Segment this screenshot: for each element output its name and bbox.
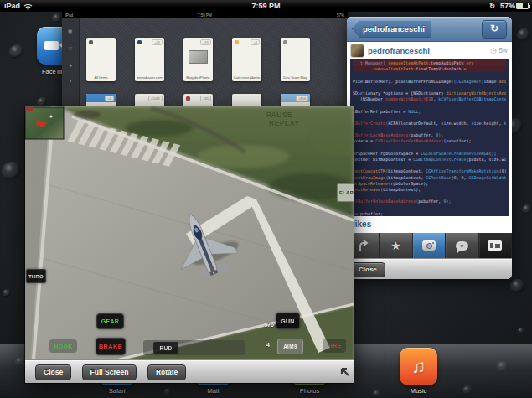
hook-button[interactable]: HOOK (49, 339, 77, 353)
ipad-screen: Safari Mail Photos ♫ Music FaceTime iPad… (0, 0, 532, 398)
feed-tile[interactable]: +99Blog do iPhone (183, 38, 213, 81)
avatar[interactable] (351, 44, 364, 57)
aim9-count: 4 (266, 342, 270, 348)
flap-button[interactable]: FLAP (337, 183, 354, 202)
share-arrow-icon (356, 239, 369, 252)
music-note-icon: ♫ (400, 348, 437, 385)
brake-button[interactable]: BRAKE (96, 338, 126, 355)
feed-tile-label: All Items (86, 75, 116, 80)
reeder-clock: 7:59 PM (62, 13, 348, 18)
comment-bubble-icon: ♥ (456, 241, 468, 251)
feed-tile[interactable]: All Items (86, 38, 116, 81)
instagram-nav-bar: pedrofranceschi ↻ (347, 17, 512, 42)
throttle-slider[interactable]: THRO (26, 269, 46, 283)
post-header: pedrofranceschi ◷ 5w (347, 42, 512, 59)
minimap (25, 107, 64, 139)
feed-tile-label: Dev-Team Blog (281, 75, 310, 80)
unread-badge: +8 (251, 39, 260, 45)
clock: 7:59 PM (0, 2, 532, 10)
feed-favicon (186, 96, 190, 101)
feed-favicon (89, 40, 93, 44)
flight-sim-window: PAUSE REPLAY FLAP THRO GEAR GUN 676 HOOK… (25, 106, 354, 383)
fullscreen-button[interactable]: Full Screen (82, 364, 137, 380)
aim9-button[interactable]: AIM9 (277, 339, 303, 354)
likes-link[interactable]: likes (347, 216, 512, 233)
clock-icon: ◷ (490, 46, 496, 54)
instagram-post-image[interactable]: t:Manager] removeItemAtPath:tempAudioPat… (350, 59, 509, 216)
photos-app-label: Photos (284, 387, 335, 395)
feed-tile[interactable]: +8Caticismo Aberto (232, 38, 261, 81)
star-icon: ★ (390, 239, 401, 252)
feed-favicon (137, 40, 142, 44)
feed-favicon (283, 40, 287, 44)
refresh-button[interactable]: ↻ (482, 20, 507, 39)
flight-sim-viewport[interactable]: PAUSE REPLAY FLAP THRO GEAR GUN 676 HOOK… (25, 106, 354, 359)
back-button[interactable]: pedrofranceschi (352, 21, 431, 38)
rudder-slider-track[interactable]: RUD (143, 340, 245, 355)
feed-tiles-row1: All Items+29bernabauer.com+99Blog do iPh… (86, 38, 310, 81)
feed-tile[interactable]: Dev-Team Blog (281, 38, 310, 81)
tab-feed[interactable] (413, 233, 446, 258)
list-icon[interactable]: ▪ (62, 78, 79, 84)
unread-badge: +1082 (148, 96, 163, 101)
feed-tile-label: Blog do iPhone (183, 75, 213, 80)
close-instagram-button[interactable]: Close (350, 262, 385, 277)
tab-news[interactable]: ♥ (446, 233, 478, 258)
rudder-slider-handle[interactable]: RUD (153, 342, 178, 354)
unread-badge: +29 (152, 39, 163, 45)
star-icon[interactable]: ☆ (62, 45, 79, 52)
feed-tile-label: bernabauer.com (135, 75, 164, 80)
rotation-lock-icon: ↻ (489, 3, 495, 10)
profile-card-icon (488, 240, 502, 251)
safari-app-label: Safari (91, 387, 142, 395)
battery-percent: 57% (500, 2, 515, 10)
unread-badge: +99 (200, 39, 211, 45)
mail-app-label: Mail (188, 387, 239, 395)
feed-tile-label: Caticismo Aberto (232, 75, 261, 80)
gear-button[interactable]: GEAR (96, 313, 124, 329)
music-app-label: Music (393, 387, 444, 395)
instagram-camera-icon (422, 240, 436, 251)
code-photo: t:Manager] removeItemAtPath:tempAudioPat… (353, 60, 506, 216)
resize-handle-icon[interactable] (338, 364, 351, 378)
gun-ammo-count: 676 (259, 322, 274, 328)
sim-window-toolbar: Close Full Screen Rotate (25, 359, 354, 383)
unread-badge: +858 (296, 96, 308, 101)
unread-icon[interactable]: ● (62, 62, 79, 68)
instagram-window-toolbar: Close (347, 258, 512, 279)
runway-scene (25, 106, 354, 359)
post-username[interactable]: pedrofranceschi (368, 46, 486, 55)
close-sim-button[interactable]: Close (35, 364, 71, 380)
tab-profile[interactable] (479, 233, 512, 258)
reeder-status-bar: iPad 7:59 PM 57% (62, 12, 348, 18)
unread-badge: +8 (105, 96, 114, 101)
instagram-tab-bar: ★ ♥ (347, 233, 512, 258)
unread-badge: +85 (200, 96, 211, 101)
music-app-icon[interactable]: ♫ (400, 348, 437, 385)
tab-popular[interactable]: ★ (380, 233, 412, 258)
replay-label: REPLAY (269, 120, 300, 128)
gun-button[interactable]: GUN (276, 313, 300, 329)
instagram-panel: pedrofranceschi ↻ pedrofranceschi ◷ 5w t… (347, 17, 512, 279)
post-timestamp: ◷ 5w (490, 46, 508, 54)
video-camera-icon (44, 41, 59, 50)
reeder-logo-icon[interactable]: ✺ (62, 28, 79, 35)
fire-button[interactable]: FIRE (323, 339, 346, 353)
status-bar: iPad 7:59 PM ↻ 57% (0, 0, 532, 12)
battery-icon (516, 3, 529, 9)
feed-tile[interactable]: +29bernabauer.com (135, 38, 164, 81)
rotate-button[interactable]: Rotate (147, 364, 186, 380)
pause-replay-indicator: PAUSE REPLAY (266, 111, 300, 127)
feed-favicon (235, 40, 239, 44)
